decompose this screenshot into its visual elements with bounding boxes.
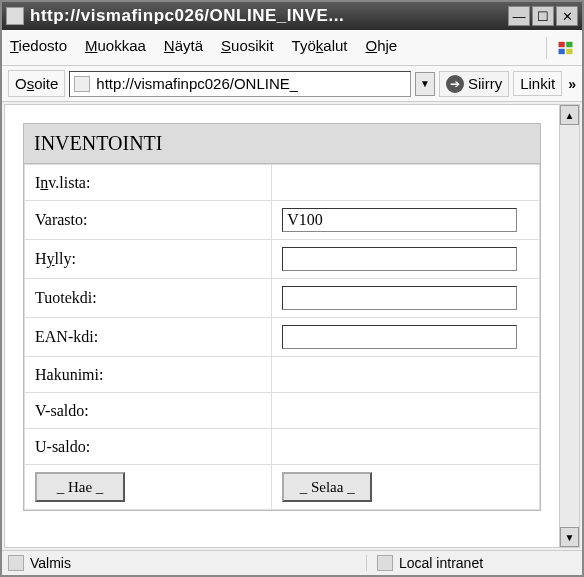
input-eankdi[interactable] [282, 325, 516, 349]
hae-button[interactable]: _ Hae _ [35, 472, 125, 502]
menu-muokkaa[interactable]: Muokkaa [85, 37, 146, 59]
status-bar: Valmis Local intranet [2, 550, 582, 575]
label-hakunimi: Hakunimi: [25, 357, 272, 393]
scroll-down-button[interactable]: ▼ [560, 527, 579, 547]
value-hakunimi [272, 357, 540, 393]
menu-nayta[interactable]: Näytä [164, 37, 203, 59]
svg-rect-0 [559, 42, 565, 47]
links-label: Linkit [520, 75, 555, 92]
input-tuotekdi[interactable] [282, 286, 516, 310]
address-label: Osoite [8, 70, 65, 97]
svg-rect-3 [566, 49, 572, 54]
ie-logo-icon [546, 37, 574, 59]
zone-text: Local intranet [399, 555, 483, 571]
menu-bar: Tiedosto Muokkaa Näytä Suosikit Työkalut… [2, 30, 582, 66]
inventointi-panel: INVENTOINTI Inv.lista: Varasto: Hylly: [23, 123, 541, 511]
go-label: Siirry [468, 75, 502, 92]
input-hylly[interactable] [282, 247, 516, 271]
browser-window: http://vismafinpc026/ONLINE_INVE... — ☐ … [0, 0, 584, 577]
label-usaldo: U-saldo: [25, 429, 272, 465]
menu-tyokalut[interactable]: Työkalut [292, 37, 348, 59]
selaa-button[interactable]: _ Selaa _ [282, 472, 372, 502]
app-icon [6, 7, 24, 25]
value-vsaldo [272, 393, 540, 429]
minimize-button[interactable]: — [508, 6, 530, 26]
value-usaldo [272, 429, 540, 465]
menu-nayta-label: äytä [175, 37, 203, 54]
url-dropdown-button[interactable]: ▼ [415, 72, 435, 96]
label-hylly: Hylly: [25, 240, 272, 279]
label-tuotekdi: Tuotekdi: [25, 279, 272, 318]
input-varasto[interactable] [282, 208, 516, 232]
menu-ohje[interactable]: Ohje [365, 37, 397, 59]
status-text: Valmis [30, 555, 71, 571]
zone-icon [377, 555, 393, 571]
scroll-up-button[interactable]: ▲ [560, 105, 579, 125]
value-invlista [272, 165, 540, 201]
links-button[interactable]: Linkit [513, 71, 562, 96]
menu-muokkaa-label: uokkaa [97, 37, 145, 54]
url-text: http://vismafinpc026/ONLINE_ [96, 75, 298, 92]
menu-tyokalut-label: alut [323, 37, 347, 54]
menu-tiedosto-label: iedosto [19, 37, 67, 54]
page-icon [74, 76, 90, 92]
panel-title: INVENTOINTI [24, 124, 540, 164]
status-page-icon [8, 555, 24, 571]
scroll-track[interactable] [560, 125, 579, 527]
go-button[interactable]: ➔ Siirry [439, 71, 509, 97]
content-area: INVENTOINTI Inv.lista: Varasto: Hylly: [4, 104, 580, 548]
label-vsaldo: V-saldo: [25, 393, 272, 429]
go-arrow-icon: ➔ [446, 75, 464, 93]
toolbar-chevron-icon[interactable]: » [566, 76, 576, 92]
title-bar: http://vismafinpc026/ONLINE_INVE... — ☐ … [2, 2, 582, 30]
label-varasto: Varasto: [25, 201, 272, 240]
maximize-button[interactable]: ☐ [532, 6, 554, 26]
svg-rect-1 [566, 42, 572, 47]
url-input-box[interactable]: http://vismafinpc026/ONLINE_ [69, 71, 411, 97]
label-invlista: Inv.lista: [25, 165, 272, 201]
vertical-scrollbar[interactable]: ▲ ▼ [559, 105, 579, 547]
menu-tiedosto[interactable]: Tiedosto [10, 37, 67, 59]
label-eankdi: EAN-kdi: [25, 318, 272, 357]
close-button[interactable]: ✕ [556, 6, 578, 26]
menu-suosikit[interactable]: Suosikit [221, 37, 274, 59]
menu-ohje-label: hje [377, 37, 397, 54]
address-bar: Osoite http://vismafinpc026/ONLINE_ ▼ ➔ … [2, 66, 582, 102]
svg-rect-2 [559, 49, 565, 54]
window-title: http://vismafinpc026/ONLINE_INVE... [30, 6, 508, 26]
menu-suosikit-label: uosikit [231, 37, 274, 54]
